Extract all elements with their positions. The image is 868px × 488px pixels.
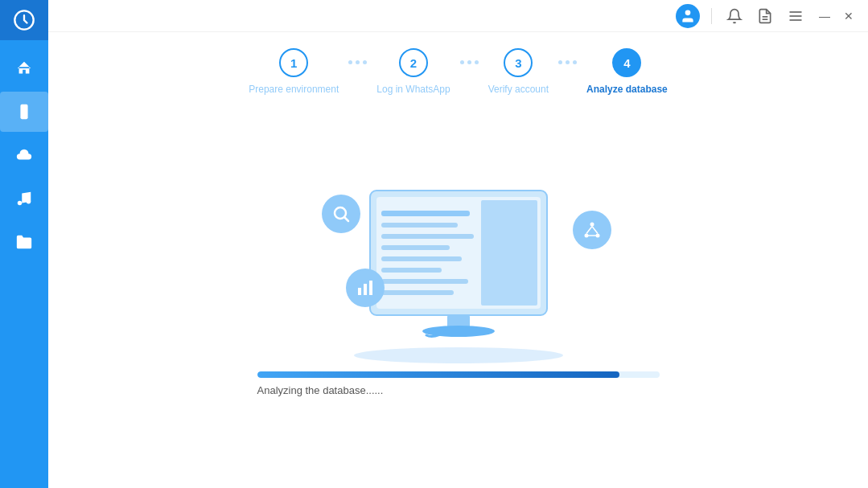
logo-icon xyxy=(13,9,35,31)
step-dots-2 xyxy=(450,60,488,64)
float-barchart-icon xyxy=(346,269,385,307)
step-2: 2 Log in WhatsApp xyxy=(376,48,450,95)
svg-point-16 xyxy=(590,223,594,227)
window-controls: — ✕ xyxy=(815,6,858,26)
sidebar-navigation xyxy=(0,48,48,262)
step-dots-3 xyxy=(549,60,586,64)
progress-bar-fill xyxy=(257,371,619,378)
step-1: 1 Prepare environment xyxy=(249,48,339,95)
svg-line-19 xyxy=(586,227,592,234)
svg-rect-32 xyxy=(381,290,454,295)
svg-point-2 xyxy=(23,116,25,117)
main-content: — ✕ 1 Prepare environment 2 Log in Whats… xyxy=(48,0,868,488)
svg-point-3 xyxy=(18,201,23,206)
monitor-illustration xyxy=(346,182,571,343)
device-icon xyxy=(15,103,33,121)
sidebar-item-folder[interactable] xyxy=(0,222,48,262)
svg-point-4 xyxy=(27,199,31,204)
document-icon xyxy=(757,8,773,24)
menu-button[interactable] xyxy=(784,5,807,27)
progress-bar-track xyxy=(257,371,660,378)
step-4: 4 Analyze database xyxy=(586,48,668,95)
svg-rect-31 xyxy=(381,279,468,284)
step-1-label: Prepare environment xyxy=(249,84,339,95)
svg-point-5 xyxy=(685,10,691,15)
step-4-circle: 4 xyxy=(612,48,641,77)
svg-rect-13 xyxy=(358,288,361,295)
barchart-icon xyxy=(356,278,375,297)
music-icon xyxy=(15,190,33,207)
step-1-circle: 1 xyxy=(279,48,308,77)
network-icon xyxy=(582,220,602,240)
search-icon xyxy=(331,204,351,223)
document-button[interactable] xyxy=(754,5,776,27)
close-button[interactable]: ✕ xyxy=(839,6,858,26)
svg-rect-28 xyxy=(381,245,450,250)
step-4-label: Analyze database xyxy=(586,84,668,95)
svg-line-12 xyxy=(344,218,348,222)
svg-rect-30 xyxy=(381,268,442,273)
app-logo[interactable] xyxy=(0,0,48,40)
step-3-circle: 3 xyxy=(504,48,533,77)
svg-rect-14 xyxy=(364,284,367,295)
divider xyxy=(711,8,712,24)
svg-rect-15 xyxy=(369,281,372,295)
sidebar-item-music[interactable] xyxy=(0,178,48,219)
avatar-icon xyxy=(680,8,696,24)
folder-icon xyxy=(15,233,33,251)
svg-rect-25 xyxy=(381,211,470,216)
step-2-circle: 2 xyxy=(399,48,428,77)
float-network-icon xyxy=(573,211,611,249)
minimize-button[interactable]: — xyxy=(815,6,834,26)
steps-bar: 1 Prepare environment 2 Log in WhatsApp … xyxy=(48,32,868,103)
progress-text: Analyzing the database...... xyxy=(257,384,660,396)
svg-line-20 xyxy=(592,227,598,234)
bell-button[interactable] xyxy=(723,5,746,27)
svg-rect-1 xyxy=(20,105,27,119)
svg-rect-27 xyxy=(381,234,474,239)
sidebar-item-home[interactable] xyxy=(0,48,48,88)
svg-rect-24 xyxy=(481,200,537,306)
svg-rect-26 xyxy=(381,223,458,228)
progress-area: Analyzing the database...... xyxy=(209,371,708,396)
sidebar-item-device[interactable] xyxy=(0,92,48,132)
illustration xyxy=(298,170,619,355)
user-avatar[interactable] xyxy=(676,4,700,28)
sidebar-item-cloud[interactable] xyxy=(0,135,48,175)
content-area: Analyzing the database...... xyxy=(48,103,868,488)
monitor-shadow xyxy=(354,347,563,363)
home-icon xyxy=(15,59,33,77)
sidebar xyxy=(0,0,48,488)
step-3-label: Verify account xyxy=(488,84,549,95)
cloud-icon xyxy=(15,146,33,164)
step-2-label: Log in WhatsApp xyxy=(376,84,450,95)
title-bar: — ✕ xyxy=(48,0,868,32)
step-dots-1 xyxy=(339,60,376,64)
bell-icon xyxy=(726,8,743,24)
svg-rect-29 xyxy=(381,256,462,261)
step-3: 3 Verify account xyxy=(488,48,549,95)
float-search-icon xyxy=(322,195,360,233)
menu-icon xyxy=(788,8,804,24)
